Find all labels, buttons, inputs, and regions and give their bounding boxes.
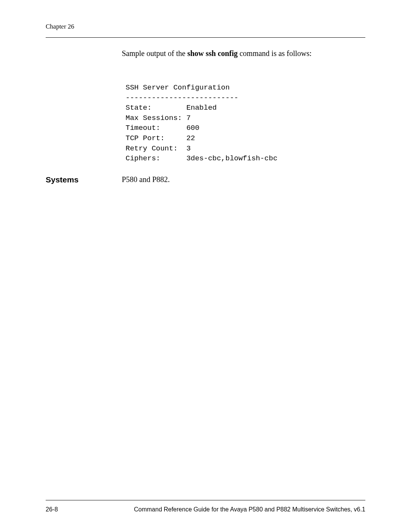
- systems-label: Systems: [46, 175, 122, 184]
- intro-text: Sample output of the show ssh config com…: [122, 49, 365, 58]
- ssh-config-output: SSH Server Configuration ---------------…: [126, 83, 365, 164]
- page-content: Sample output of the show ssh config com…: [46, 49, 365, 500]
- footer-title: Command Reference Guide for the Avaya P5…: [134, 506, 365, 513]
- chapter-label: Chapter 26: [46, 23, 74, 30]
- systems-row: Systems P580 and P882.: [46, 175, 365, 184]
- footer-page-number: 26-8: [46, 506, 58, 513]
- intro-prefix: Sample output of the: [122, 49, 187, 58]
- intro-command: show ssh config: [187, 49, 237, 58]
- intro-suffix: command is as follows:: [237, 49, 311, 58]
- page-footer: 26-8 Command Reference Guide for the Ava…: [46, 500, 365, 513]
- systems-value: P580 and P882.: [122, 175, 170, 184]
- document-page: Chapter 26 Sample output of the show ssh…: [0, 0, 411, 532]
- page-header: Chapter 26: [46, 23, 365, 38]
